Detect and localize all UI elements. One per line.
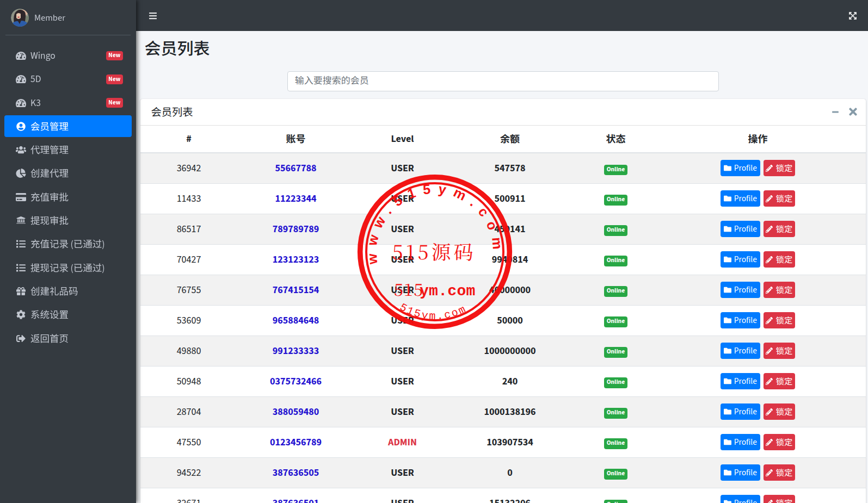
svg-text:ym.com: ym.com [420,283,476,300]
svg-text:515: 515 [394,276,423,301]
svg-text:515源码: 515源码 [392,237,476,265]
